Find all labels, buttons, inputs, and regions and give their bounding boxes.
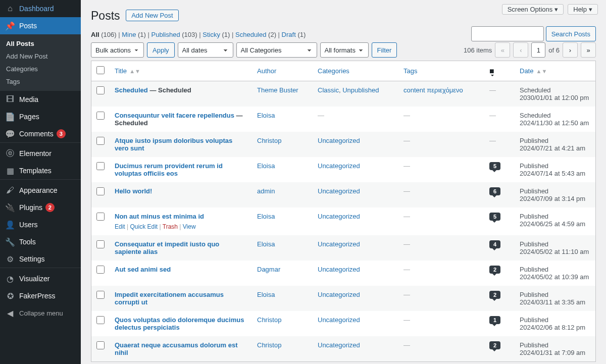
sidebar-item-pages[interactable]: 📄Pages: [0, 108, 81, 125]
sidebar-item-visualizer[interactable]: ◔Visualizer: [0, 270, 81, 287]
category-link[interactable]: Classic: [318, 86, 339, 94]
view-filter-published[interactable]: Published (103): [152, 31, 197, 38]
filter-categories-select[interactable]: All Categories: [236, 42, 317, 58]
comment-count[interactable]: 2: [489, 266, 500, 274]
sidebar-item-tools[interactable]: 🔧Tools: [0, 233, 81, 250]
last-page-button[interactable]: »: [581, 42, 596, 58]
sidebar-item-comments[interactable]: 💬Comments3: [0, 125, 81, 142]
comment-count[interactable]: 6: [489, 187, 500, 195]
post-title-link[interactable]: Scheduled: [115, 86, 148, 94]
sidebar-subitem-categories[interactable]: Categories: [0, 63, 81, 75]
select-row-checkbox[interactable]: [96, 162, 105, 170]
comment-count[interactable]: 4: [489, 240, 500, 248]
filter-button[interactable]: Filter: [372, 42, 397, 58]
comment-count[interactable]: 2: [489, 291, 500, 299]
row-action-view[interactable]: View: [183, 223, 196, 230]
sidebar-item-media[interactable]: 🎞Media: [0, 91, 81, 108]
view-filter-mine[interactable]: Mine (1): [122, 31, 146, 38]
sidebar-item-fakerpress[interactable]: ✪FakerPress: [0, 287, 81, 304]
apply-bulk-button[interactable]: Apply: [147, 42, 175, 58]
sidebar-item-templates[interactable]: ▦Templates: [0, 162, 81, 179]
author-link[interactable]: Christop: [257, 341, 281, 349]
sidebar-item-appearance[interactable]: 🖌Appearance: [0, 182, 81, 199]
author-link[interactable]: Eloisa: [257, 162, 275, 170]
comment-count[interactable]: 5: [489, 162, 500, 170]
filter-formats-select[interactable]: All formats: [320, 42, 369, 58]
category-link[interactable]: Uncategorized: [318, 240, 360, 248]
view-filter-scheduled[interactable]: Scheduled (2): [235, 31, 276, 38]
author-link[interactable]: Christop: [257, 137, 281, 144]
category-link[interactable]: Uncategorized: [318, 213, 360, 220]
post-title-link[interactable]: Quos voluptas odio doloremque ducimus de…: [115, 316, 244, 331]
category-link[interactable]: Uncategorized: [318, 341, 360, 349]
author-link[interactable]: Dagmar: [257, 266, 280, 273]
select-row-checkbox[interactable]: [96, 137, 105, 145]
sidebar-subitem-add-new-post[interactable]: Add New Post: [0, 50, 81, 63]
author-link[interactable]: Theme Buster: [257, 86, 298, 94]
post-title-link[interactable]: Non aut minus est minima id: [115, 213, 204, 220]
post-title-link[interactable]: Impedit exercitationem accusamus corrupt…: [115, 291, 224, 306]
filter-dates-select[interactable]: All dates: [178, 42, 233, 58]
first-page-button[interactable]: «: [495, 42, 510, 58]
tag-link[interactable]: content: [403, 86, 425, 94]
sidebar-item-posts[interactable]: 📌Posts: [0, 17, 81, 34]
select-row-checkbox[interactable]: [96, 86, 105, 94]
add-new-post-button[interactable]: Add New Post: [126, 10, 178, 21]
select-row-checkbox[interactable]: [96, 341, 105, 349]
sidebar-item-elementor[interactable]: ⓔElementor: [0, 145, 81, 162]
category-link[interactable]: Uncategorized: [318, 316, 360, 324]
view-filter-all[interactable]: All (106): [91, 31, 117, 38]
select-row-checkbox[interactable]: [96, 112, 105, 120]
author-link[interactable]: Eloisa: [257, 291, 275, 298]
post-title-link[interactable]: Quaerat neque accusamus dolorum est nihi…: [115, 341, 237, 356]
col-title[interactable]: Title ▲▼: [110, 61, 252, 81]
bulk-actions-select[interactable]: Bulk actions: [91, 42, 144, 58]
row-action-trash[interactable]: Trash: [163, 223, 178, 230]
current-page-input[interactable]: [531, 42, 545, 58]
post-title-link[interactable]: Ducimus rerum provident rerum id volupta…: [115, 162, 223, 177]
col-date[interactable]: Date ▲▼: [515, 61, 595, 81]
category-link[interactable]: Uncategorized: [318, 187, 360, 195]
sidebar-subitem-tags[interactable]: Tags: [0, 75, 81, 88]
select-all-checkbox[interactable]: [96, 66, 105, 74]
sidebar-item-settings[interactable]: ⚙Settings: [0, 250, 81, 268]
author-link[interactable]: Eloisa: [257, 240, 275, 248]
post-title-link[interactable]: Aut sed animi sed: [115, 266, 171, 273]
row-action-edit[interactable]: Edit: [115, 223, 125, 230]
search-posts-input[interactable]: [471, 26, 544, 41]
comment-count[interactable]: 1: [489, 316, 500, 324]
search-posts-button[interactable]: Search Posts: [546, 26, 596, 41]
select-row-checkbox[interactable]: [96, 316, 105, 324]
select-row-checkbox[interactable]: [96, 213, 105, 221]
post-title-link[interactable]: Atque iusto ipsum doloribus voluptas ver…: [115, 137, 232, 152]
comment-count[interactable]: 5: [489, 213, 500, 221]
category-link[interactable]: Unpublished: [342, 86, 379, 94]
post-title-link[interactable]: Consequuntur velit facere repellendus: [115, 112, 234, 119]
sidebar-item-dashboard[interactable]: ⌂Dashboard: [0, 0, 81, 17]
col-comments[interactable]: ■: [484, 61, 515, 81]
sidebar-subitem-all-posts[interactable]: All Posts: [0, 37, 81, 50]
author-link[interactable]: Eloisa: [257, 213, 275, 220]
prev-page-button[interactable]: ‹: [513, 42, 528, 58]
select-row-checkbox[interactable]: [96, 187, 105, 195]
select-row-checkbox[interactable]: [96, 291, 105, 299]
category-link[interactable]: Uncategorized: [318, 266, 360, 273]
view-filter-draft[interactable]: Draft (1): [282, 31, 306, 38]
author-link[interactable]: Eloisa: [257, 112, 275, 119]
author-link[interactable]: Christop: [257, 316, 281, 324]
category-link[interactable]: Uncategorized: [318, 162, 360, 170]
author-link[interactable]: admin: [257, 187, 275, 195]
post-title-link[interactable]: Hello world!: [115, 187, 152, 195]
sidebar-item-plugins[interactable]: 🔌Plugins2: [0, 199, 81, 216]
view-filter-sticky[interactable]: Sticky (1): [203, 31, 230, 38]
select-row-checkbox[interactable]: [96, 266, 105, 274]
next-page-button[interactable]: ›: [563, 42, 578, 58]
row-action-quick-edit[interactable]: Quick Edit: [130, 223, 158, 230]
post-title-link[interactable]: Consequatur et impedit iusto quo sapient…: [115, 240, 219, 255]
category-link[interactable]: Uncategorized: [318, 137, 360, 144]
tag-link[interactable]: περιεχόμενο: [427, 86, 463, 94]
sidebar-item-collapse-menu[interactable]: ◀Collapse menu: [0, 304, 81, 322]
select-row-checkbox[interactable]: [96, 240, 105, 248]
category-link[interactable]: Uncategorized: [318, 291, 360, 298]
sidebar-item-users[interactable]: 👤Users: [0, 216, 81, 233]
